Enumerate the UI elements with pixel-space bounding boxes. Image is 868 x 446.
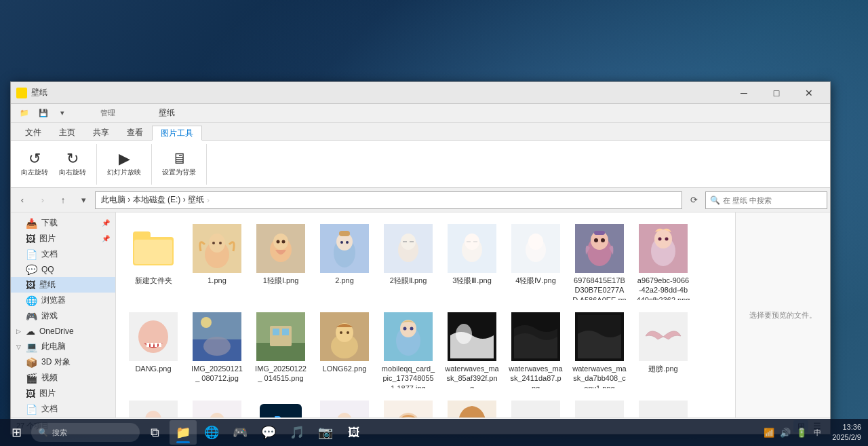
file-item[interactable]: Ps PSD 身体【无翅膀. psd (250, 396, 311, 417)
file-item[interactable]: 1轻眼Ⅰ.png (250, 219, 311, 305)
file-name: 2.png (317, 276, 372, 285)
file-item[interactable]: 2.png (314, 219, 375, 305)
ribbon-rotate-right[interactable]: ↻ 向右旋转 (54, 146, 91, 183)
sidebar-item-downloads[interactable]: 📥 下载 📌 (11, 215, 115, 231)
file-item[interactable]: ·· ·· 无眼小头.png (505, 396, 566, 417)
file-item[interactable]: ·· ·· 小头.png (569, 396, 630, 417)
file-item[interactable]: 4轻眼Ⅳ.png (505, 219, 566, 305)
folder-icon: 📄 (26, 404, 37, 415)
search-input[interactable] (723, 196, 823, 204)
file-name: 3轻眼Ⅲ.png (445, 276, 499, 285)
file-area[interactable]: 新建文件夹 1.p (116, 212, 735, 417)
file-item[interactable]: mobileqq_card_ pic_1737480551 1877.jpg (378, 308, 439, 393)
start-button[interactable]: ⊞ (3, 420, 30, 445)
file-thumbnail (575, 312, 624, 361)
sidebar-item-wallpaper[interactable]: 🖼 壁纸 (11, 277, 115, 293)
sidebar-item-docs3[interactable]: 📄 文档 (11, 401, 115, 417)
nav-refresh-button[interactable]: ⟳ (685, 191, 703, 209)
file-item[interactable]: 新建文件夹 (123, 219, 184, 305)
file-item[interactable]: ·· ·· 小眼.png (633, 396, 694, 417)
file-item[interactable]: 身体.png (123, 396, 184, 417)
qa-folder-button[interactable]: 📁 (16, 106, 33, 121)
sidebar-label: 下载 (41, 217, 58, 229)
sidebar-item-qq[interactable]: 💬 QQ (11, 262, 115, 277)
expander-icon: ▷ (16, 328, 23, 335)
maximize-button[interactable]: □ (761, 82, 792, 104)
file-item[interactable]: 身体【无翅膀眼. png (314, 396, 375, 417)
file-item[interactable]: 3轻眼Ⅲ.png (441, 219, 502, 305)
sidebar-item-documents[interactable]: 📄 文档 (11, 246, 115, 262)
file-name: 69768415E17B D30B7E0277AD A586A0EE.png (572, 276, 627, 300)
file-item[interactable]: IMG_20250122_ 014515.png (250, 308, 311, 393)
tray-volume-icon[interactable]: 🔊 (778, 426, 792, 439)
address-bar[interactable]: 此电脑 › 本地磁盘 (E:) › 壁纸 › (95, 191, 682, 209)
file-thumbnail (320, 224, 369, 273)
file-item[interactable]: 2轻眼Ⅱ.png (378, 219, 439, 305)
image-preview (320, 312, 369, 361)
file-item[interactable]: a9679ebc-9066-42a2-98dd-4b 440cfb2362.pn… (633, 219, 694, 305)
tab-home[interactable]: 主页 (50, 125, 84, 140)
qa-more-button[interactable]: ▾ (54, 106, 71, 121)
sidebar-item-games[interactable]: 🎮 游戏 (11, 308, 115, 324)
file-item[interactable]: waterwaves_ma sk_da7bb408_c opy1.png (569, 308, 630, 393)
nav-recent-button[interactable]: ▾ (75, 191, 92, 209)
taskbar-task-view[interactable]: ⧉ (141, 420, 168, 445)
file-name: 1.png (190, 276, 244, 285)
minimize-button[interactable]: ─ (728, 82, 760, 104)
tray-network-icon[interactable]: 📶 (762, 426, 776, 439)
sidebar-label: 文档 (41, 248, 58, 260)
taskbar-clock[interactable]: 13:36 2025/2/9 (828, 421, 865, 445)
nav-back-button[interactable]: ‹ (14, 191, 31, 209)
sidebar-item-onedrive[interactable]: ▷ ☁ OneDrive (11, 324, 115, 339)
file-item[interactable]: 69768415E17B D30B7E0277AD A586A0EE.png (569, 219, 630, 305)
search-bar[interactable]: 🔍 (705, 191, 827, 209)
taskbar-chrome[interactable]: 🌐 (198, 420, 225, 445)
sidebar-item-browser[interactable]: 🌐 浏览器 (11, 293, 115, 308)
file-item[interactable]: 翅膀.png (633, 308, 694, 393)
svg-point-3 (212, 242, 215, 244)
sidebar-item-pictures[interactable]: 🖼 图片 📌 (11, 231, 115, 246)
tab-share[interactable]: 共享 (84, 125, 118, 140)
image-preview (511, 224, 560, 273)
taskbar-search[interactable]: 🔍 搜索 (31, 423, 140, 442)
ribbon-content: ↺ 向左旋转 ↻ 向右旋转 ▶ 幻灯片放映 🖥 设置为背景 (11, 141, 830, 188)
taskbar-app1[interactable]: 🎮 (226, 420, 254, 445)
file-item[interactable]: waterwaves_ma sk_85af392f.png (441, 308, 502, 393)
tab-view[interactable]: 查看 (118, 125, 152, 140)
tab-picture-tools[interactable]: 图片工具 (152, 126, 202, 141)
taskbar-app5[interactable]: 🖼 (340, 420, 368, 445)
taskbar-app4[interactable]: 📷 (312, 420, 339, 445)
sidebar-item-videos[interactable]: 🎬 视频 (11, 370, 115, 386)
svg-point-60 (347, 331, 349, 334)
nav-up-button[interactable]: ↑ (54, 191, 72, 209)
dark-thumbnail (448, 312, 496, 361)
taskbar-app3[interactable]: 🎵 (283, 420, 311, 445)
taskbar-explorer[interactable]: 📁 (170, 420, 197, 445)
file-item[interactable]: 头.png (378, 396, 439, 417)
svg-rect-47 (193, 312, 241, 339)
image-preview (193, 224, 241, 273)
tab-file[interactable]: 文件 (16, 125, 50, 140)
ribbon-rotate-left[interactable]: ↺ 向左旋转 (16, 146, 53, 183)
tray-battery-icon[interactable]: 🔋 (795, 426, 808, 439)
file-item[interactable]: 身体【无翅膀. png (186, 396, 248, 417)
file-item[interactable]: IMG_20250121_ 080712.jpg (186, 308, 248, 393)
ribbon-set-wallpaper[interactable]: 🖥 设置为背景 (157, 146, 201, 183)
taskbar-app2[interactable]: 💬 (255, 420, 282, 445)
svg-rect-44 (155, 343, 157, 347)
nav-forward-button[interactable]: › (34, 191, 52, 209)
sidebar-item-3d[interactable]: 📦 3D 对象 (11, 354, 115, 370)
ribbon-slideshow[interactable]: ▶ 幻灯片放映 (102, 146, 146, 183)
title-center: 壁纸 (159, 107, 175, 119)
file-item[interactable]: LONG62.png (314, 308, 375, 393)
sidebar-item-pictures3[interactable]: 🖼 图片 (11, 386, 115, 401)
file-name: IMG_20250122_ 014515.png (254, 364, 308, 384)
file-item[interactable]: DANG.png (123, 308, 184, 393)
file-item[interactable]: 1.png (186, 219, 248, 305)
qa-save-button[interactable]: 💾 (35, 106, 52, 121)
file-item[interactable]: 头发.png (441, 396, 502, 417)
close-button[interactable]: ✕ (793, 82, 825, 104)
input-lang[interactable]: 中 (811, 426, 824, 439)
file-item[interactable]: waterwaves_ma sk_2411da87.p ng (505, 308, 566, 393)
sidebar-item-thispc[interactable]: ▽ 💻 此电脑 (11, 339, 115, 354)
